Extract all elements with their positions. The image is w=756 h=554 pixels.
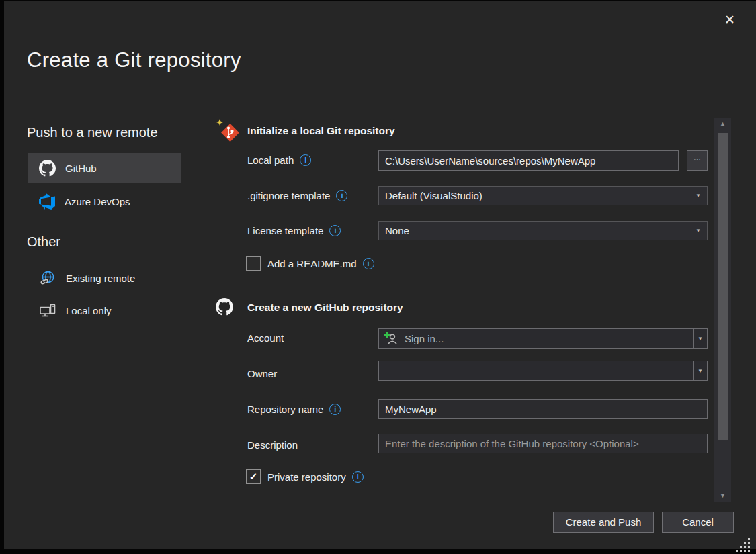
sidebar-item-github[interactable]: GitHub bbox=[28, 153, 181, 183]
azure-devops-icon bbox=[39, 193, 55, 210]
info-icon[interactable]: i bbox=[336, 190, 347, 201]
scroll-down-icon: ▼ bbox=[720, 492, 726, 499]
sidebar-item-existing-remote[interactable]: Existing remote bbox=[28, 263, 181, 293]
chevron-down-icon: ▼ bbox=[696, 193, 701, 199]
info-icon[interactable]: i bbox=[352, 471, 364, 483]
private-repository-checkbox[interactable]: ✓ bbox=[246, 469, 261, 484]
readme-label: Add a README.md i bbox=[267, 258, 374, 269]
gitignore-template-label: .gitignore template i bbox=[247, 190, 347, 201]
description-label: Description bbox=[247, 439, 298, 451]
sidebar-item-label: GitHub bbox=[65, 163, 97, 174]
sidebar-item-local-only[interactable]: Local only bbox=[28, 295, 181, 325]
local-path-label: Local path i bbox=[247, 154, 311, 166]
dropdown-value: Default (VisualStudio) bbox=[385, 190, 482, 201]
create-and-push-button[interactable]: Create and Push bbox=[553, 512, 654, 533]
add-user-icon bbox=[383, 330, 399, 347]
computer-icon bbox=[39, 302, 56, 319]
info-icon[interactable]: i bbox=[300, 154, 311, 166]
chevron-down-icon: ▼ bbox=[698, 368, 703, 374]
github-icon bbox=[216, 298, 233, 318]
scrollbar-thumb[interactable] bbox=[718, 133, 728, 440]
chevron-down-icon: ▼ bbox=[698, 336, 703, 342]
cancel-button[interactable]: Cancel bbox=[662, 512, 734, 533]
github-icon bbox=[39, 160, 56, 177]
sidebar-item-label: Azure DevOps bbox=[65, 196, 130, 207]
info-icon[interactable]: i bbox=[329, 404, 341, 415]
license-template-label: License template i bbox=[247, 225, 341, 236]
sidebar-header-other: Other bbox=[27, 234, 60, 250]
account-dropdown-button[interactable]: ▼ bbox=[693, 329, 707, 348]
github-section-header: Create a new GitHub repository bbox=[247, 302, 403, 314]
gitignore-template-dropdown[interactable]: Default (VisualStudio) ▼ bbox=[378, 186, 708, 205]
owner-combobox[interactable]: ▼ bbox=[378, 361, 708, 381]
sidebar-header-push: Push to a new remote bbox=[27, 125, 158, 140]
chevron-down-icon: ▼ bbox=[696, 228, 701, 234]
description-input[interactable] bbox=[378, 434, 708, 453]
scroll-down-button[interactable]: ▼ bbox=[714, 490, 731, 502]
globe-link-icon bbox=[39, 269, 56, 287]
account-value: Sign in... bbox=[399, 333, 444, 344]
readme-checkbox[interactable] bbox=[246, 256, 261, 271]
close-button[interactable]: ✕ bbox=[720, 9, 740, 30]
info-icon[interactable]: i bbox=[363, 258, 374, 269]
local-section-header: Initialize a local Git repository bbox=[247, 125, 395, 137]
close-icon: ✕ bbox=[724, 12, 735, 28]
scroll-up-icon: ▲ bbox=[720, 120, 726, 127]
private-repository-label: Private repository i bbox=[267, 471, 364, 483]
account-combobox[interactable]: Sign in... ▼ bbox=[378, 328, 708, 349]
scroll-up-button[interactable]: ▲ bbox=[714, 118, 731, 130]
license-template-dropdown[interactable]: None ▼ bbox=[378, 221, 708, 240]
owner-dropdown-button[interactable]: ▼ bbox=[693, 361, 707, 380]
repository-name-label: Repository name i bbox=[247, 404, 341, 415]
info-icon[interactable]: i bbox=[329, 225, 341, 236]
account-label: Account bbox=[247, 332, 284, 344]
local-path-input[interactable] bbox=[378, 150, 679, 171]
browse-button[interactable]: ... bbox=[687, 150, 708, 171]
repository-name-input[interactable] bbox=[378, 399, 708, 419]
resize-grip[interactable] bbox=[735, 537, 751, 554]
check-icon: ✓ bbox=[249, 471, 258, 483]
git-new-repo-icon bbox=[214, 118, 243, 146]
page-title: Create a Git repository bbox=[27, 48, 241, 73]
dropdown-value: None bbox=[385, 225, 409, 236]
sidebar-item-azure-devops[interactable]: Azure DevOps bbox=[28, 187, 181, 216]
sidebar-item-label: Local only bbox=[66, 305, 112, 316]
vertical-scrollbar[interactable]: ▲ ▼ bbox=[714, 118, 731, 502]
sidebar-item-label: Existing remote bbox=[66, 273, 135, 284]
owner-label: Owner bbox=[247, 368, 277, 379]
